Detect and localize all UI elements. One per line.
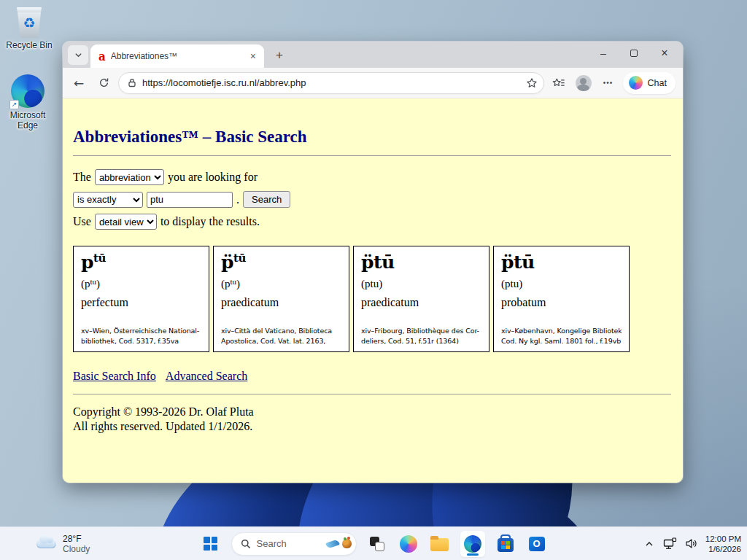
task-view-icon <box>370 537 384 551</box>
weather-widget[interactable]: 28°F Cloudy <box>36 534 90 554</box>
browser-window: a Abbreviationes™ × + – × ← <box>63 42 683 483</box>
recycle-bin-label: Recycle Bin <box>1 40 57 50</box>
abbreviation-transcription: (ptu) <box>221 278 341 290</box>
store-icon <box>498 538 514 552</box>
site-favicon-icon: a <box>98 50 106 62</box>
taskbar-search-box[interactable]: Search <box>231 532 357 556</box>
network-button[interactable] <box>663 535 678 553</box>
abbreviation-glyph: ptū <box>81 253 201 271</box>
source-citation: xv–Wien, Österreichische National- bibli… <box>81 326 201 346</box>
file-explorer-button[interactable] <box>429 532 451 556</box>
weather-condition: Cloudy <box>63 544 90 554</box>
refresh-button[interactable] <box>93 73 114 93</box>
refresh-icon <box>98 77 109 88</box>
abbreviation-glyph: p̈tū <box>361 253 481 271</box>
outlook-button[interactable]: O <box>526 532 548 556</box>
divider <box>73 394 671 394</box>
avatar-icon <box>576 75 592 91</box>
address-bar[interactable]: https://locomotiefje.isc.ru.nl/abbrev.ph… <box>118 72 544 94</box>
expansion-word: praedicatum <box>361 296 481 309</box>
taskbar-search-label: Search <box>257 538 320 549</box>
taskbar-center: Search O <box>200 531 548 557</box>
weather-temp: 28°F <box>63 534 90 544</box>
settings-more-button[interactable]: ••• <box>598 73 619 93</box>
speaker-icon <box>685 538 697 549</box>
start-button[interactable] <box>200 532 222 556</box>
field-select[interactable]: abbreviation <box>95 169 164 185</box>
taskbar: 28°F Cloudy Search <box>0 526 747 560</box>
source-citation: xiv–København, Kongelige Bibliotek, Cod.… <box>501 326 622 346</box>
window-maximize-button[interactable] <box>619 42 649 65</box>
chat-label: Chat <box>648 78 667 88</box>
clock-date: 1/6/2026 <box>705 544 741 554</box>
abbreviation-transcription: (ptu) <box>501 278 622 290</box>
basket-icon <box>342 539 352 548</box>
microsoft-store-button[interactable] <box>495 532 516 556</box>
edge-taskbar-button[interactable] <box>460 531 485 557</box>
window-close-button[interactable]: × <box>649 42 680 65</box>
form-label-looking-for: you are looking for <box>168 171 258 184</box>
tab-title: Abbreviationes™ <box>111 51 243 61</box>
star-icon <box>526 77 538 89</box>
window-minimize-button[interactable]: – <box>588 42 619 65</box>
copyright-text: Copyright © 1993-2026 Dr. Olaf Pluta All… <box>73 405 671 433</box>
form-label-use: Use <box>73 215 91 228</box>
view-select[interactable]: detail view <box>95 214 157 230</box>
web-page: Abbreviationes™ – Basic Search The abbre… <box>63 98 683 483</box>
copilot-chat-button[interactable]: Chat <box>623 72 676 94</box>
search-icon <box>241 539 251 549</box>
favorites-bar-icon <box>552 77 565 89</box>
volume-button[interactable] <box>684 535 699 553</box>
desktop-icon-microsoft-edge[interactable]: ↗ Microsoft Edge <box>0 74 55 131</box>
tab-close-icon[interactable]: × <box>248 50 258 62</box>
search-form: The abbreviation you are looking for is … <box>73 169 671 230</box>
profile-button[interactable] <box>573 73 594 93</box>
url-text: https://locomotiefje.isc.ru.nl/abbrev.ph… <box>142 77 520 88</box>
outlook-icon: O <box>529 537 545 551</box>
recycle-symbol-icon: ♻ <box>23 16 35 30</box>
result-card: ptū (ptu) perfectum xv–Wien, Österreichi… <box>73 246 209 352</box>
recycle-bin-icon: ♻ <box>15 7 43 38</box>
divider <box>73 155 671 156</box>
shortcut-arrow-icon: ↗ <box>9 100 19 109</box>
favorites-hub-button[interactable] <box>549 73 569 93</box>
tab-search-button[interactable] <box>68 45 88 65</box>
footer-links: Basic Search Info Advanced Search <box>73 370 671 383</box>
basic-search-info-link[interactable]: Basic Search Info <box>73 370 156 382</box>
cloud-icon <box>36 540 56 548</box>
expansion-word: praedicatum <box>221 296 341 309</box>
result-card: p̈tū (ptu) probatum xiv–København, Konge… <box>493 246 630 352</box>
abbreviation-glyph: p̈tū <box>501 253 622 271</box>
lock-icon <box>128 78 136 88</box>
folder-icon <box>430 538 449 551</box>
advanced-search-link[interactable]: Advanced Search <box>166 370 247 382</box>
query-input[interactable] <box>147 192 233 208</box>
source-citation: xiv–Città del Vaticano, Biblioteca Apost… <box>221 326 341 346</box>
abbreviation-transcription: (ptu) <box>361 278 481 290</box>
desktop-icon-recycle-bin[interactable]: ♻ Recycle Bin <box>1 7 57 50</box>
abbreviation-glyph: p̈tū <box>221 253 341 271</box>
edge-logo-icon <box>464 535 481 553</box>
back-button[interactable]: ← <box>69 73 89 93</box>
edge-desktop-label: Microsoft Edge <box>0 110 55 131</box>
task-view-button[interactable] <box>366 532 388 556</box>
active-app-indicator <box>467 553 479 556</box>
chevron-down-icon <box>74 51 82 59</box>
form-label-the: The <box>73 171 91 184</box>
expansion-word: perfectum <box>81 296 201 309</box>
maximize-icon <box>630 50 638 57</box>
match-select[interactable]: is exactly <box>73 192 143 208</box>
browser-tab[interactable]: a Abbreviationes™ × <box>90 44 264 68</box>
bookmark-star-button[interactable] <box>526 77 538 89</box>
search-button[interactable]: Search <box>243 191 290 208</box>
system-tray: 12:00 PM 1/6/2026 <box>642 534 741 554</box>
taskbar-clock[interactable]: 12:00 PM 1/6/2026 <box>705 534 741 554</box>
ribbon-icon <box>325 539 340 548</box>
tray-overflow-button[interactable] <box>642 535 657 553</box>
copilot-icon <box>400 535 417 553</box>
search-highlight-icons <box>326 539 352 548</box>
source-citation: xiv–Fribourg, Bibliothèque des Cor- deli… <box>361 326 481 346</box>
new-tab-button[interactable]: + <box>270 46 289 65</box>
result-card: p̈tū (ptu) praedicatum xiv–Città del Vat… <box>213 246 349 352</box>
copilot-taskbar-button[interactable] <box>398 532 419 556</box>
